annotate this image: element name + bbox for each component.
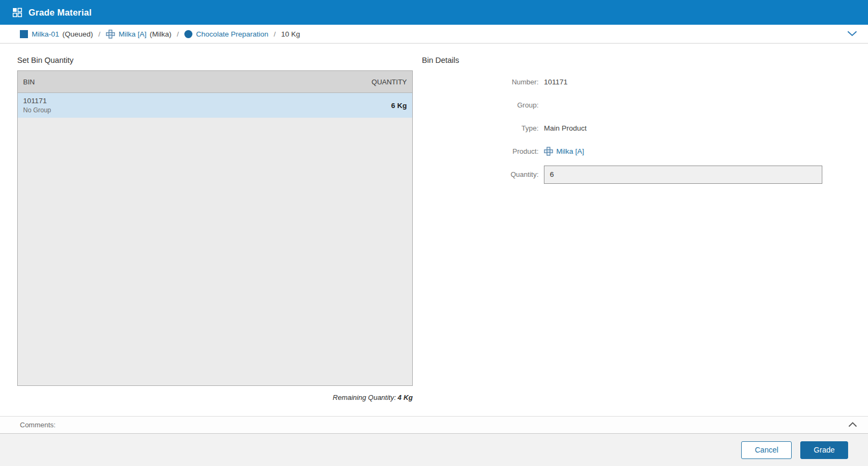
breadcrumb-item-product[interactable]: Milka [A] (Milka)	[106, 30, 171, 39]
breadcrumb-separator: /	[177, 30, 179, 38]
set-bin-quantity-panel: Set Bin Quantity BIN QUANTITY 101171 No …	[17, 44, 413, 402]
field-label: Quantity:	[422, 170, 544, 178]
product-link[interactable]: Milka [A]	[556, 147, 584, 155]
field-row-quantity: Quantity:	[422, 163, 822, 186]
cancel-button[interactable]: Cancel	[741, 441, 792, 459]
remaining-quantity-label: Remaining Quantity:	[333, 393, 396, 402]
bin-table-header: BIN QUANTITY	[18, 71, 412, 93]
field-row-product: Product: Milka [A]	[422, 140, 822, 163]
breadcrumb-suffix: (Queued)	[62, 30, 93, 38]
breadcrumb-item-quantity: 10 Kg	[281, 30, 300, 38]
field-value	[544, 166, 822, 184]
breadcrumb-link[interactable]: Milka [A]	[119, 30, 147, 38]
breadcrumb-link[interactable]: Chocolate Preparation	[196, 30, 268, 38]
page-title: Grade Material	[28, 8, 91, 18]
chevron-down-icon	[847, 30, 857, 38]
remaining-quantity-value: 4 Kg	[398, 393, 413, 402]
column-header-quantity: QUANTITY	[371, 78, 407, 86]
bin-cell: 101171 No Group	[23, 96, 51, 114]
chevron-up-icon	[848, 421, 857, 429]
breadcrumb-separator: /	[98, 30, 101, 38]
field-label: Product:	[422, 147, 544, 155]
bin-table-empty-area	[18, 118, 412, 385]
bin-group: No Group	[23, 106, 51, 114]
left-panel-title: Set Bin Quantity	[17, 56, 413, 64]
breadcrumb-items: Milka-01 (Queued) / Milka [A] (Milka) /	[20, 30, 844, 39]
breadcrumb-item-step[interactable]: Chocolate Preparation	[184, 30, 268, 38]
comments-label: Comments:	[20, 421, 845, 429]
action-bar: Cancel Grade	[0, 434, 868, 466]
quantity-input[interactable]	[544, 166, 822, 184]
bin-quantity: 6 Kg	[391, 102, 407, 110]
bin-table: BIN QUANTITY 101171 No Group 6 Kg	[17, 70, 413, 386]
remaining-quantity: Remaining Quantity:4 Kg	[17, 393, 413, 402]
bin-number: 101171	[23, 96, 51, 106]
breadcrumb-suffix: (Milka)	[150, 30, 172, 38]
breadcrumb-text: 10 Kg	[281, 30, 300, 38]
product-icon	[106, 30, 115, 39]
bin-details-panel: Bin Details Number: 101171 Group: Type: …	[422, 44, 822, 186]
field-label: Number:	[422, 78, 544, 86]
breadcrumb-expand-button[interactable]	[844, 28, 860, 40]
bin-details-fields: Number: 101171 Group: Type: Main Product…	[422, 70, 822, 186]
field-label: Group:	[422, 101, 544, 109]
grade-material-icon	[12, 8, 23, 18]
field-row-type: Type: Main Product	[422, 117, 822, 140]
breadcrumb: Milka-01 (Queued) / Milka [A] (Milka) /	[0, 25, 868, 44]
product-icon	[544, 147, 553, 156]
table-row[interactable]: 101171 No Group 6 Kg	[18, 93, 412, 118]
field-label: Type:	[422, 124, 544, 132]
step-circle-icon	[184, 30, 192, 38]
column-header-bin: BIN	[23, 78, 35, 86]
material-square-icon	[20, 30, 28, 38]
breadcrumb-link[interactable]: Milka-01	[32, 30, 59, 38]
field-row-group: Group:	[422, 94, 822, 117]
comments-collapse-button[interactable]	[845, 419, 860, 431]
field-value: Milka [A]	[544, 147, 822, 156]
field-row-number: Number: 101171	[422, 70, 822, 94]
right-panel-title: Bin Details	[422, 56, 822, 64]
field-value: Main Product	[544, 124, 822, 132]
breadcrumb-separator: /	[274, 30, 276, 38]
title-bar: Grade Material	[0, 0, 868, 25]
field-value: 101171	[544, 78, 822, 86]
grade-button[interactable]: Grade	[800, 441, 848, 459]
breadcrumb-item-material[interactable]: Milka-01 (Queued)	[20, 30, 93, 38]
comments-section: Comments:	[0, 416, 868, 434]
main-content: Set Bin Quantity BIN QUANTITY 101171 No …	[0, 44, 868, 416]
